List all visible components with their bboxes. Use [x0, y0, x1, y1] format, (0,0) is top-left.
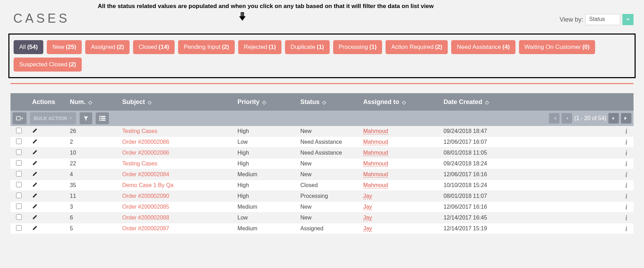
cell-status: New	[300, 171, 363, 178]
status-tab-pending-input[interactable]: Pending Input (2)	[178, 40, 235, 54]
edit-icon[interactable]	[32, 172, 38, 178]
status-tab-processing[interactable]: Processing (1)	[333, 40, 382, 54]
status-tab-waiting-on-customer[interactable]: Waiting On Customer (0)	[519, 40, 595, 54]
select-mode-button[interactable]	[13, 112, 27, 124]
cell-priority: High	[237, 161, 300, 167]
tab-label: Assigned	[91, 44, 115, 51]
subject-link[interactable]: Order #200002087	[122, 225, 169, 231]
status-tab-closed[interactable]: Closed (14)	[133, 40, 175, 54]
status-tab-duplicate[interactable]: Duplicate (1)	[285, 40, 330, 54]
col-status[interactable]: Status◇	[300, 98, 363, 106]
chevron-down-icon[interactable]	[622, 14, 634, 25]
edit-icon[interactable]	[32, 215, 38, 221]
row-checkbox[interactable]	[16, 139, 22, 144]
edit-icon[interactable]	[32, 139, 38, 145]
cell-priority: Medium	[237, 225, 300, 232]
tab-label: Rejected	[244, 44, 267, 51]
col-priority[interactable]: Priority◇	[237, 98, 300, 106]
assigned-link[interactable]: Jay	[363, 204, 372, 210]
assigned-link[interactable]: Mahmoud	[363, 182, 388, 188]
status-tab-suspected-closed[interactable]: Suspected Closed (2)	[14, 58, 82, 72]
tab-count: (2)	[117, 44, 124, 51]
info-icon[interactable]: i	[625, 181, 627, 189]
info-icon[interactable]: i	[625, 225, 627, 232]
edit-icon[interactable]	[32, 183, 38, 188]
col-date[interactable]: Date Created◇	[444, 98, 531, 106]
status-tab-new[interactable]: New (25)	[47, 40, 82, 54]
assigned-link[interactable]: Mahmoud	[363, 128, 388, 134]
status-tab-all[interactable]: All (54)	[14, 40, 43, 54]
subject-link[interactable]: Demo Case 1 By Qa	[122, 182, 174, 188]
subject-link[interactable]: Order #200002090	[122, 193, 169, 199]
cell-num: 3	[70, 204, 122, 210]
subject-link[interactable]: Order #200002086	[122, 150, 169, 156]
assigned-link[interactable]: Jay	[363, 215, 372, 221]
edit-icon[interactable]	[32, 150, 38, 156]
info-icon[interactable]: i	[625, 138, 627, 146]
subject-link[interactable]: Testing Cases	[122, 128, 158, 134]
row-checkbox[interactable]	[16, 214, 22, 220]
tab-label: Need Assistance	[457, 44, 501, 51]
col-subject[interactable]: Subject◇	[122, 98, 237, 106]
row-checkbox[interactable]	[16, 128, 22, 133]
edit-icon[interactable]	[32, 193, 38, 199]
pager-first-button[interactable]	[549, 113, 559, 124]
row-checkbox[interactable]	[16, 203, 22, 209]
table-row: 26Testing CasesHighNewMahmoud09/24/2018 …	[10, 126, 634, 137]
info-icon[interactable]: i	[625, 171, 627, 178]
edit-icon[interactable]	[32, 226, 38, 232]
edit-icon[interactable]	[32, 204, 38, 210]
cell-date: 12/06/2017 16:16	[444, 204, 531, 210]
assigned-link[interactable]: Jay	[363, 225, 372, 232]
subject-link[interactable]: Order #200002085	[122, 204, 169, 210]
cell-date: 12/14/2017 16:45	[444, 215, 531, 221]
info-icon[interactable]: i	[625, 214, 627, 222]
cell-num: 6	[70, 215, 122, 221]
row-checkbox[interactable]	[16, 225, 22, 231]
info-icon[interactable]: i	[625, 203, 627, 211]
col-num[interactable]: Num.◇	[70, 98, 122, 106]
status-tab-need-assistance[interactable]: Need Assistance (4)	[451, 40, 515, 54]
row-checkbox[interactable]	[16, 171, 22, 177]
assigned-link[interactable]: Mahmoud	[363, 171, 388, 178]
sort-icon: ◇	[322, 99, 326, 105]
status-tab-assigned[interactable]: Assigned (2)	[85, 40, 130, 54]
pager-range: (1 - 20 of 54)	[574, 115, 606, 121]
svg-rect-1	[16, 117, 21, 120]
filter-button[interactable]	[80, 112, 92, 124]
cell-priority: High	[237, 150, 300, 156]
row-checkbox[interactable]	[16, 160, 22, 166]
subject-link[interactable]: Order #200002084	[122, 171, 169, 177]
assigned-link[interactable]: Jay	[363, 193, 372, 199]
row-checkbox[interactable]	[16, 149, 22, 155]
info-icon[interactable]: i	[625, 127, 627, 135]
tab-label: Suspected Closed	[19, 61, 67, 68]
subject-link[interactable]: Order #200002086	[122, 139, 169, 145]
edit-icon[interactable]	[32, 161, 38, 167]
pager-last-button[interactable]	[621, 113, 631, 124]
col-assigned[interactable]: Assigned to◇	[363, 98, 444, 106]
info-icon[interactable]: i	[625, 149, 627, 157]
assigned-link[interactable]: Mahmoud	[363, 139, 388, 145]
pager-prev-button[interactable]	[562, 113, 572, 124]
status-tab-action-required[interactable]: Action Required (2)	[386, 40, 448, 54]
viewby-select[interactable]: Status	[585, 14, 620, 25]
assigned-link[interactable]: Mahmoud	[363, 161, 388, 167]
pager-next-button[interactable]	[608, 113, 619, 124]
row-checkbox[interactable]	[16, 182, 22, 187]
status-tab-rejected[interactable]: Rejected (1)	[238, 40, 281, 54]
table-row: 22Testing CasesHighNewMahmoud09/24/2018 …	[10, 158, 634, 169]
list-view-button[interactable]	[96, 112, 109, 124]
subject-link[interactable]: Testing Cases	[122, 161, 158, 166]
cell-date: 12/06/2017 16:07	[444, 139, 531, 145]
bulk-action-button[interactable]: BULK ACTION	[30, 112, 76, 124]
info-icon[interactable]: i	[625, 160, 627, 168]
subject-link[interactable]: Order #200002088	[122, 215, 169, 221]
table-row: 3Order #200002085MediumNewJay12/06/2017 …	[10, 202, 634, 213]
cell-status: Processing	[300, 193, 363, 199]
row-checkbox[interactable]	[16, 193, 22, 198]
info-icon[interactable]: i	[625, 192, 627, 200]
tab-count: (2)	[69, 61, 76, 68]
edit-icon[interactable]	[32, 128, 38, 134]
assigned-link[interactable]: Mahmoud	[363, 150, 388, 156]
